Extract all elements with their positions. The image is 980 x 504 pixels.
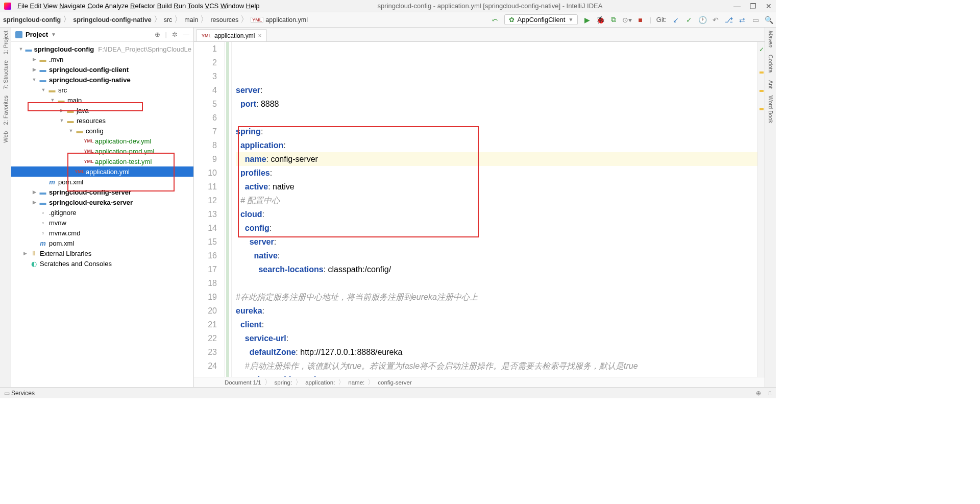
git-pull-icon[interactable]: ↙ [672,16,680,24]
tree-item[interactable]: YMLapplication-dev.yml [11,136,193,146]
services-label[interactable]: Services [11,390,35,397]
tree-twisty-icon[interactable]: ▼ [41,87,46,92]
code-line[interactable]: defaultZone: http://127.0.0.1:8888/eurek… [236,345,757,359]
build-icon[interactable]: ⤺ [491,16,499,24]
editor-tab[interactable]: YML application.yml × [196,29,267,41]
search-icon[interactable]: 🔍 [765,16,773,24]
menu-refactor[interactable]: Refactor [130,2,155,10]
tree-item[interactable]: ◐Scratches and Consoles [11,258,193,269]
git-branch-icon[interactable]: ⎇ [725,16,733,24]
rail----favorites[interactable]: 2: Favorites [3,95,9,125]
code-line[interactable]: port: 8888 [236,97,757,111]
menu-navigate[interactable]: Navigate [59,2,85,10]
tree-twisty-icon[interactable]: ▼ [50,98,55,103]
code-line[interactable] [236,276,757,290]
tree-item[interactable]: ▼▬main [11,95,193,105]
run-icon[interactable]: ▶ [583,16,591,24]
tree-item[interactable]: ▼▬resources [11,115,193,126]
menu-view[interactable]: View [43,2,58,10]
warning-marker[interactable] [760,71,764,74]
editor-scrollbar[interactable]: ✓ [757,42,765,377]
warning-marker[interactable] [760,90,764,92]
tree-item[interactable]: YMLapplication-test.yml [11,156,193,166]
code-area[interactable]: 123456789101112131415161718192021222324 … [194,42,765,377]
menu-window[interactable]: Window [220,2,244,10]
tree-item[interactable]: ▶▬.mvn [11,54,193,64]
breadcrumb-item[interactable]: application.yml [265,16,308,23]
tree-twisty-icon[interactable]: ▼ [68,128,74,133]
code-line[interactable]: #在此指定服务注册中心地址，将当前服务注册到eureka注册中心上 [236,290,757,304]
tool-window-icon[interactable]: ▭ [4,390,11,397]
debug-icon[interactable]: 🐞 [596,16,604,24]
profile-icon[interactable]: ⊙▾ [623,16,631,24]
tree-item[interactable]: ▶⫴External Libraries [11,248,193,258]
stop-icon[interactable]: ■ [636,16,644,24]
editor-breadcrumb-item[interactable]: spring: [275,379,292,386]
code-line[interactable]: service-url: [236,331,757,345]
tree-item[interactable]: ▶▬springcloud-config-client [11,64,193,75]
close-tab-icon[interactable]: × [258,32,261,39]
rail----project[interactable]: 1: Project [3,31,9,54]
status-icon[interactable]: ⎍ [768,390,772,397]
code-line[interactable]: #启动注册操作，该值默认为true。若设置为fasle将不会启动注册操作。是否需… [236,359,757,373]
menu-edit[interactable]: Edit [30,2,41,10]
gear-icon[interactable]: ✲ [172,31,178,38]
tree-item[interactable]: mpom.xml [11,238,193,248]
code-line[interactable]: spring: [236,125,757,138]
code-line[interactable]: name: config-server [236,152,757,166]
code-line[interactable]: # 配置中心 [236,194,757,207]
tree-item[interactable]: ▫.gitignore [11,207,193,218]
code-line[interactable]: search-locations: classpath:/config/ [236,262,757,276]
coverage-icon[interactable]: ⧉ [609,16,618,24]
menu-vcs[interactable]: VCS [205,2,219,10]
breadcrumb-item[interactable]: src [164,16,173,23]
code-line[interactable]: register-with-eureka: true [236,373,757,377]
menu-run[interactable]: Run [174,2,186,10]
tree-item[interactable]: ▼▬src [11,85,193,95]
tree-twisty-icon[interactable]: ▶ [59,108,64,113]
code-line[interactable] [236,111,757,125]
layout-icon[interactable]: ▭ [751,16,760,24]
git-history-icon[interactable]: 🕐 [698,16,706,24]
close-icon[interactable]: ✕ [766,2,772,10]
rail----structure[interactable]: 7: Structure [3,60,9,89]
tree-item[interactable]: ▶▬java [11,105,193,115]
tree-item[interactable]: YMLapplication-prod.yml [11,146,193,156]
code-line[interactable]: native: [236,249,757,262]
git-commit-icon[interactable]: ✓ [685,16,693,24]
tree-twisty-icon[interactable]: ▼ [32,77,37,82]
menu-help[interactable]: Help [246,2,260,10]
editor-breadcrumb-item[interactable]: config-server [378,379,411,386]
code-line[interactable]: active: native [236,180,757,194]
menu-tools[interactable]: Tools [188,2,203,10]
rail-word book[interactable]: Word Book [768,95,774,123]
project-tree[interactable]: ▼▬springcloud-configF:\IDEA_Project\Spri… [11,42,193,387]
git-revert-icon[interactable]: ↶ [712,16,720,24]
rail-maven[interactable]: Maven [768,31,774,47]
target-icon[interactable]: ⊕ [155,31,160,38]
tree-item[interactable]: ▫mvnw.cmd [11,228,193,238]
tree-item[interactable]: ▫mvnw [11,218,193,228]
tree-item[interactable]: ▶▬springcloud-config-server [11,187,193,197]
code-line[interactable]: client: [236,318,757,331]
code-line[interactable]: server: [236,235,757,249]
minimize-icon[interactable]: — [733,2,741,10]
tree-item[interactable]: YMLapplication.yml [11,166,193,177]
breadcrumb-item[interactable]: main [184,16,198,23]
editor-breadcrumb-item[interactable]: application: [305,379,335,386]
status-icon[interactable]: ⊕ [756,390,761,397]
rail-codota[interactable]: Codota [768,55,774,73]
code-line[interactable]: eureka: [236,304,757,318]
dropdown-icon[interactable]: ▼ [51,32,56,37]
menu-code[interactable]: Code [87,2,103,10]
tree-item[interactable]: ▼▬springcloud-config-native [11,75,193,85]
menu-analyze[interactable]: Analyze [105,2,128,10]
breadcrumb-item[interactable]: springcloud-config-native [73,16,151,23]
editor-breadcrumb-item[interactable]: Document 1/1 [225,379,261,386]
tree-item[interactable]: mpom.xml [11,177,193,187]
breadcrumb-item[interactable]: resources [210,16,238,23]
code-line[interactable]: server: [236,83,757,97]
code-content[interactable]: server: port: 8888 spring: application: … [232,42,757,377]
warning-marker[interactable] [760,108,764,110]
editor-breadcrumb-item[interactable]: name: [348,379,364,386]
